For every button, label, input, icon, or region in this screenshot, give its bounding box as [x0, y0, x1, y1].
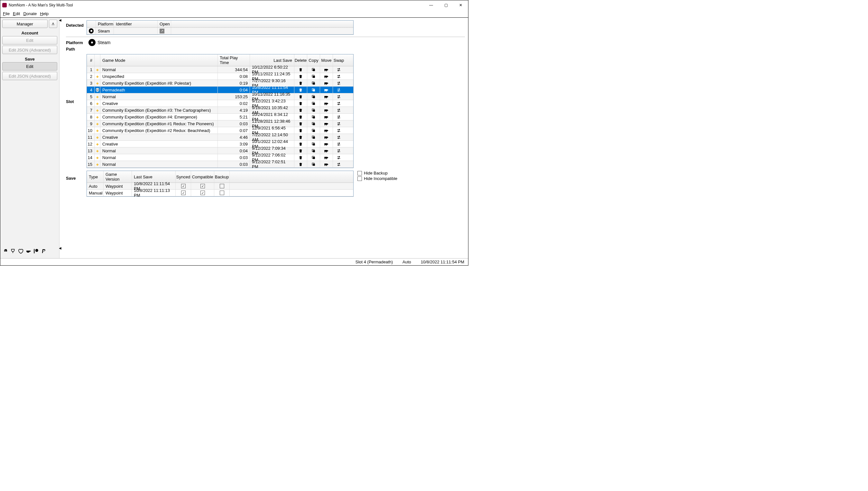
swap-icon[interactable] [333, 161, 345, 167]
collapse-button[interactable] [49, 20, 57, 28]
copy-icon[interactable] [307, 73, 320, 80]
move-icon[interactable] [320, 161, 333, 167]
move-icon[interactable] [320, 114, 333, 120]
swap-icon[interactable] [333, 80, 345, 86]
heart-icon[interactable] [18, 248, 24, 255]
menu-file[interactable]: File [3, 11, 10, 16]
move-icon[interactable] [320, 134, 333, 140]
open-icon[interactable]: ↗ [160, 29, 164, 33]
copy-icon[interactable] [307, 66, 320, 73]
slot-row[interactable]: 12◆Creative3:0910/1/2022 12:02:44 PM [87, 141, 353, 147]
move-icon[interactable] [320, 93, 333, 100]
swap-icon[interactable] [333, 147, 345, 154]
delete-icon[interactable] [294, 87, 307, 93]
menu-help[interactable]: Help [40, 11, 49, 16]
move-icon[interactable] [320, 154, 333, 161]
checkbox[interactable] [181, 191, 186, 195]
manager-button[interactable]: Manager [2, 20, 48, 28]
delete-icon[interactable] [294, 66, 307, 73]
coffee-icon[interactable] [25, 248, 31, 255]
swap-icon[interactable] [333, 141, 345, 147]
slot-col-mode[interactable]: Game Mode [100, 54, 218, 66]
swap-icon[interactable] [333, 93, 345, 100]
slot-col-copy[interactable]: Copy [307, 54, 320, 66]
copy-icon[interactable] [307, 127, 320, 134]
copy-icon[interactable] [307, 107, 320, 113]
swap-icon[interactable] [333, 114, 345, 120]
discord-icon[interactable] [2, 248, 8, 255]
slot-row[interactable]: 10◆Community Expedition (Expedition #2 R… [87, 127, 353, 134]
swap-icon[interactable] [333, 134, 345, 140]
hide-backup-checkbox[interactable] [358, 171, 362, 175]
account-editjson-button[interactable]: Edit JSON (Advanced) [2, 46, 57, 54]
move-icon[interactable] [320, 80, 333, 86]
detected-col-platform[interactable]: Platform [96, 21, 114, 27]
swap-icon[interactable] [333, 73, 345, 80]
slot-row[interactable]: 5◆Normal153:2510/11/2022 11:16:35 PM [87, 93, 353, 100]
move-icon[interactable] [320, 120, 333, 127]
save-row[interactable]: AutoWaypoint10/8/2022 11:11:54 PM [87, 183, 353, 190]
patreon-icon[interactable] [33, 248, 39, 255]
save-col-gv[interactable]: Game Version [103, 171, 132, 182]
delete-icon[interactable] [294, 134, 307, 140]
move-icon[interactable] [320, 141, 333, 147]
move-icon[interactable] [320, 66, 333, 73]
save-col-synced[interactable]: Synced [176, 171, 191, 182]
save-col-last[interactable]: Last Save [132, 171, 176, 182]
save-editjson-button[interactable]: Edit JSON (Advanced) [2, 72, 57, 80]
checkbox[interactable] [220, 184, 224, 189]
swap-icon[interactable] [333, 154, 345, 161]
delete-icon[interactable] [294, 141, 307, 147]
delete-icon[interactable] [294, 120, 307, 127]
delete-icon[interactable] [294, 93, 307, 100]
collapse-arrow-top[interactable]: ◀ [59, 18, 61, 22]
move-icon[interactable] [320, 87, 333, 93]
save-col-compat[interactable]: Compatible [191, 171, 214, 182]
collapse-arrow-bottom[interactable]: ◀ [59, 246, 61, 250]
delete-icon[interactable] [294, 80, 307, 86]
hide-incompat-checkbox[interactable] [358, 176, 362, 181]
account-edit-button[interactable]: Edit [2, 36, 57, 45]
menu-donate[interactable]: Donate [23, 11, 37, 16]
move-icon[interactable] [320, 73, 333, 80]
copy-icon[interactable] [307, 134, 320, 140]
slot-row[interactable]: 4💀Permadeath0:0410/8/2022 11:11:54 PM [87, 87, 353, 93]
move-icon[interactable] [320, 127, 333, 134]
slot-row[interactable]: 7◆Community Expedition (Expedition #3: T… [87, 107, 353, 114]
menu-edit[interactable]: Edit [13, 11, 20, 16]
delete-icon[interactable] [294, 100, 307, 107]
swap-icon[interactable] [333, 127, 345, 134]
copy-icon[interactable] [307, 147, 320, 154]
swap-icon[interactable] [333, 107, 345, 113]
slot-row[interactable]: 14◆Normal0:039/12/2022 7:06:02 PM [87, 154, 353, 161]
copy-icon[interactable] [307, 161, 320, 167]
slot-row[interactable]: 11◆Creative4:467/22/2022 12:14:50 AM [87, 134, 353, 141]
delete-icon[interactable] [294, 107, 307, 113]
checkbox[interactable] [200, 191, 205, 195]
save-edit-button[interactable]: Edit [2, 62, 57, 70]
copy-icon[interactable] [307, 154, 320, 161]
detected-row[interactable]: Steam↗ [87, 28, 353, 34]
slot-col-last[interactable]: Last Save [250, 54, 294, 66]
delete-icon[interactable] [294, 127, 307, 134]
slot-row[interactable]: 1◆Normal344:5410/12/2022 6:50:22 PM [87, 66, 353, 73]
slot-row[interactable]: 6◆Creative0:029/12/2021 3:42:23 PM [87, 100, 353, 107]
copy-icon[interactable] [307, 87, 320, 93]
minimize-button[interactable]: — [424, 0, 438, 10]
checkbox[interactable] [181, 184, 186, 189]
slot-col-delete[interactable]: Delete [294, 54, 307, 66]
save-col-type[interactable]: Type [87, 171, 103, 182]
slot-row[interactable]: 2◆Unspecified0:0810/11/2022 11:24:35 PM [87, 73, 353, 80]
delete-icon[interactable] [294, 154, 307, 161]
slot-row[interactable]: 8◆Community Expedition (Expedition #4: E… [87, 114, 353, 120]
checkbox[interactable] [220, 191, 224, 195]
slot-col-tpt[interactable]: Total Play Time [218, 54, 250, 66]
delete-icon[interactable] [294, 147, 307, 154]
checkbox[interactable] [200, 184, 205, 189]
swap-icon[interactable] [333, 66, 345, 73]
delete-icon[interactable] [294, 114, 307, 120]
copy-icon[interactable] [307, 100, 320, 107]
swap-icon[interactable] [333, 100, 345, 107]
copy-icon[interactable] [307, 80, 320, 86]
maximize-button[interactable]: ▢ [438, 0, 453, 10]
